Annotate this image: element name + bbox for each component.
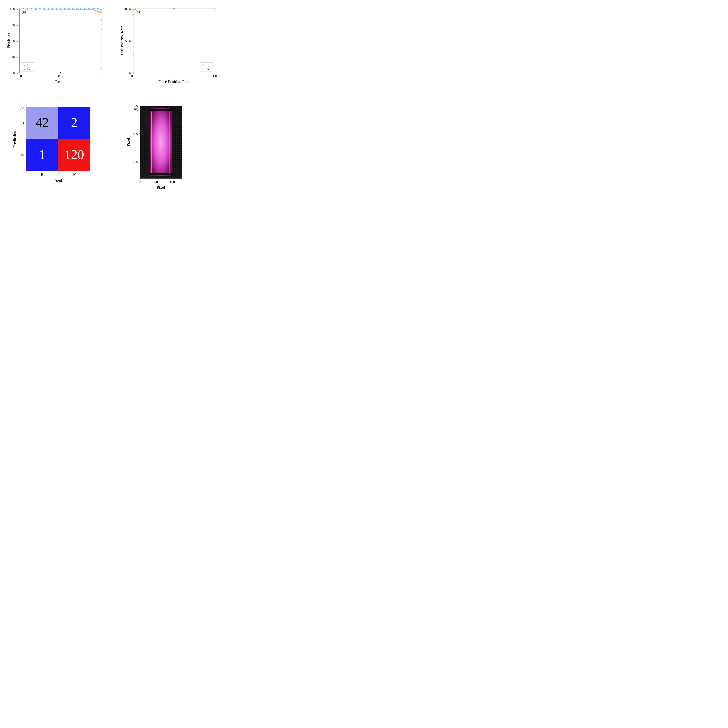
plot-frame <box>20 9 101 73</box>
xtick: 1.0 <box>99 74 103 78</box>
xtick: 0.5 <box>58 74 63 78</box>
xtick: 0 <box>139 180 141 184</box>
legend-b: H W <box>200 63 213 71</box>
panel-tag-c: (c) <box>20 107 24 111</box>
y-axis-d: 0 100 200 <box>133 104 140 164</box>
col-label: W <box>73 173 76 176</box>
xtick: 0.0 <box>17 74 22 78</box>
xtick: 100 <box>170 180 175 184</box>
row-label: H <box>22 121 24 125</box>
series-marker-H <box>101 68 102 69</box>
svg-rect-58 <box>170 112 170 173</box>
ytick: 0 <box>136 104 138 108</box>
series-container-a <box>19 8 102 69</box>
xtick: 1.0 <box>213 74 217 78</box>
svg-rect-56 <box>148 173 173 175</box>
series-container-b <box>133 8 216 73</box>
series-marker-H <box>96 11 98 12</box>
cm-value-WH: 1 <box>39 147 46 162</box>
plot-frame <box>133 9 215 73</box>
xtick: 0.0 <box>131 74 135 78</box>
legend-item: W <box>27 67 30 70</box>
panel-c: (c) 42 2 1 120 H <box>6 104 111 195</box>
ylabel-d: Pixel <box>126 138 130 146</box>
confusion-matrix: 42 2 1 120 <box>26 107 90 171</box>
ytick: 200 <box>133 160 138 164</box>
xlabel-c: Real <box>55 179 62 183</box>
sample-image <box>140 106 182 179</box>
series-marker-H <box>94 10 95 11</box>
legend-item: H <box>27 63 29 67</box>
legend-item: W <box>206 67 210 70</box>
ytick: 80% <box>12 23 18 27</box>
ylabel-a: Precision <box>6 33 11 48</box>
ytick: 20% <box>12 71 18 75</box>
svg-rect-55 <box>148 109 173 111</box>
x-axis-b: 0.0 0.5 1.0 <box>131 9 217 78</box>
panel-tag-a: (a) <box>22 10 26 14</box>
x-axis-d: 0 50 100 <box>139 179 175 184</box>
ylabel-b: True Positive Rate <box>120 26 124 56</box>
cm-value-HW: 2 <box>71 115 78 130</box>
y-axis-b: 0% 50% 100% <box>123 7 215 75</box>
figure-grid: (a) 20% 40% 60% 80% 100% <box>6 6 224 195</box>
panel-b: (b) 0% 50% 100% 0.0 0.5 1.0 <box>119 6 224 93</box>
ytick: 0% <box>127 71 132 75</box>
ytick: 50% <box>125 39 132 43</box>
legend-item: H <box>206 63 209 67</box>
series-line-H <box>133 9 215 73</box>
panel-d: (d) <box>119 104 224 195</box>
series-line-H <box>20 9 101 69</box>
series-marker-W <box>101 20 102 21</box>
ytick: 100% <box>10 7 18 11</box>
panel-a: (a) 20% 40% 60% 80% 100% <box>6 6 111 93</box>
svg-rect-57 <box>151 112 152 173</box>
ylabel-c: Prediction <box>12 131 17 147</box>
panel-tag-b: (b) <box>135 10 140 14</box>
xtick: 0.5 <box>172 74 176 78</box>
col-label: H <box>41 173 43 176</box>
series-line-W <box>20 9 101 29</box>
svg-rect-53 <box>150 108 172 176</box>
xtick: 50 <box>154 180 158 184</box>
xlabel-a: Recall <box>55 80 66 84</box>
legend-a: H W <box>21 63 34 71</box>
series-line-W <box>133 9 215 73</box>
svg-rect-18 <box>24 65 25 66</box>
ytick: 100% <box>123 7 132 11</box>
ytick: 40% <box>12 55 18 59</box>
ytick: 100 <box>133 132 138 136</box>
series-marker-H <box>98 11 99 12</box>
cm-value-WW: 120 <box>64 147 84 162</box>
x-axis-a: 0.0 0.5 1.0 <box>17 9 103 78</box>
y-axis-a: 20% 40% 60% 80% 100% <box>10 7 101 75</box>
ytick: 60% <box>12 39 18 43</box>
row-label: W <box>21 153 24 157</box>
cm-value-HH: 42 <box>36 115 49 130</box>
xlabel-b: False Positive Rate <box>158 80 190 84</box>
xlabel-d: Pixel <box>157 185 165 190</box>
